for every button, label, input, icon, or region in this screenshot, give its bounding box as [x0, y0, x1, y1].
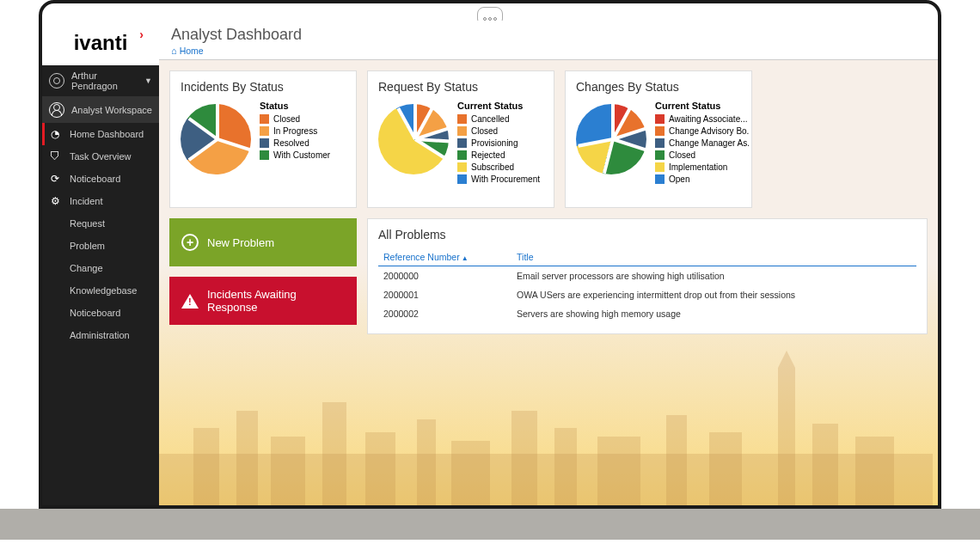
legend-item: Closed: [655, 150, 750, 160]
legend-label: Closed: [273, 114, 300, 124]
chart-card-1: Request By StatusCurrent StatusCancelled…: [367, 70, 554, 208]
svg-rect-6: [417, 419, 436, 505]
blank-icon: [49, 240, 61, 252]
svg-rect-13: [778, 368, 795, 505]
legend-label: Rejected: [471, 150, 505, 160]
sidebar-item-label: Incident: [70, 196, 103, 206]
chevron-down-icon: ▼: [144, 76, 152, 85]
table-row[interactable]: 2000000Email server processors are showi…: [378, 266, 916, 286]
workspace-selector[interactable]: Analyst Workspace: [42, 97, 159, 123]
sort-asc-icon: ▲: [462, 254, 469, 262]
chart-card-0: Incidents By StatusStatusClosedIn Progre…: [169, 70, 357, 208]
legend-swatch: [457, 126, 467, 136]
laptop-base: [0, 509, 980, 540]
legend-item: With Customer: [260, 150, 330, 160]
chart-title: Changes By Status: [576, 80, 741, 94]
legend-swatch: [655, 174, 665, 184]
svg-rect-5: [365, 432, 395, 505]
sidebar-item-change[interactable]: Change: [42, 257, 159, 279]
home-icon: ⌂: [171, 46, 177, 56]
legend-swatch: [655, 150, 665, 160]
svg-rect-16: [855, 437, 894, 505]
sidebar-item-label: Noticeboard: [70, 174, 120, 184]
avatar-icon: [49, 73, 64, 89]
sidebar-item-label: Change: [70, 263, 103, 273]
legend-item: Subscribed: [457, 162, 540, 172]
legend-title: Current Status: [457, 101, 540, 111]
sidebar-item-knowledgebase[interactable]: Knowledgebase: [42, 279, 159, 302]
brand-accent-icon: ›: [139, 28, 144, 41]
svg-rect-4: [322, 402, 346, 505]
svg-rect-3: [271, 437, 305, 505]
brand-logo[interactable]: ivanti ›: [42, 21, 159, 65]
warning-icon: [181, 294, 199, 309]
user-name: Arthur Pendragon: [71, 70, 118, 91]
legend-swatch: [457, 162, 467, 172]
svg-marker-14: [778, 351, 795, 368]
incidents-awaiting-label: Incidents Awaiting Response: [207, 288, 345, 314]
breadcrumb-home: Home: [180, 46, 204, 56]
topbar: Analyst Dashboard ⌂ Home: [159, 21, 938, 60]
legend-label: Change Advisory Bo...: [669, 126, 750, 136]
legend-label: Provisioning: [471, 138, 518, 148]
legend-item: Open: [655, 174, 750, 184]
svg-rect-8: [511, 411, 537, 505]
legend-swatch: [655, 114, 665, 124]
legend-item: Rejected: [457, 150, 540, 160]
legend-item: Implementation: [655, 162, 750, 172]
sidebar-item-problem[interactable]: Problem: [42, 235, 159, 257]
legend-swatch: [655, 138, 665, 148]
sidebar-item-label: Home Dashboard: [70, 129, 144, 139]
legend-swatch: [457, 150, 467, 160]
problems-table: Reference Number▲ Title 2000000Email ser…: [378, 248, 916, 323]
legend-label: Cancelled: [471, 114, 509, 124]
col-header-ref[interactable]: Reference Number▲: [378, 248, 511, 266]
legend-swatch: [457, 138, 467, 148]
sidebar-item-task-overview[interactable]: ⛉Task Overview: [42, 145, 159, 168]
skyline-decoration: [159, 351, 933, 505]
page-title: Analyst Dashboard: [171, 26, 926, 44]
laptop-frame: ivanti › Arthur Pendragon ▼ Analyst Work…: [39, 0, 941, 509]
sidebar-item-request[interactable]: Request: [42, 212, 159, 235]
user-menu[interactable]: Arthur Pendragon ▼: [42, 65, 159, 97]
legend-swatch: [457, 114, 467, 124]
legend-label: Closed: [471, 126, 498, 136]
cell-title: OWA USers are experiencing intermittent …: [511, 285, 916, 304]
svg-rect-1: [193, 428, 219, 505]
legend-label: Change Manager As...: [669, 138, 750, 148]
incidents-awaiting-tile[interactable]: Incidents Awaiting Response: [169, 277, 357, 325]
table-row[interactable]: 2000002Servers are showing high memory u…: [378, 304, 916, 323]
dashboard-icon: ◔: [49, 128, 61, 140]
pie-chart: [181, 104, 251, 174]
legend-label: Open: [669, 174, 689, 184]
chart-body: Current StatusCancelledClosedProvisionin…: [378, 101, 543, 186]
pie-chart: [378, 104, 449, 174]
all-problems-title: All Problems: [378, 228, 916, 241]
sidebar-item-home-dashboard[interactable]: ◔Home Dashboard: [42, 123, 159, 145]
legend-swatch: [655, 126, 665, 136]
gear-icon: ⚙: [49, 195, 61, 207]
new-problem-tile[interactable]: + New Problem: [169, 218, 357, 266]
sidebar-item-noticeboard[interactable]: ⟳Noticeboard: [42, 168, 159, 190]
legend-item: Closed: [260, 114, 330, 124]
sidebar-item-noticeboard[interactable]: Noticeboard: [42, 302, 159, 324]
row-2: + New Problem Incidents Awaiting Respons…: [169, 218, 928, 334]
legend-item: With Procurement: [457, 174, 540, 184]
legend-label: Implementation: [669, 162, 727, 172]
actions-column: + New Problem Incidents Awaiting Respons…: [169, 218, 357, 334]
legend-swatch: [260, 114, 269, 124]
chart-legend: Current StatusAwaiting Associate...Chang…: [655, 101, 750, 186]
col-header-title[interactable]: Title: [511, 248, 916, 266]
sidebar-item-administration[interactable]: Administration: [42, 324, 159, 346]
sidebar-item-incident[interactable]: ⚙Incident: [42, 190, 159, 212]
pie-chart: [576, 104, 646, 174]
new-problem-label: New Problem: [207, 236, 274, 249]
main-content: Analyst Dashboard ⌂ Home Incidents By St…: [159, 21, 938, 505]
svg-rect-12: [709, 432, 742, 505]
legend-label: With Procurement: [471, 174, 540, 184]
breadcrumb[interactable]: ⌂ Home: [171, 46, 926, 56]
plus-circle-icon: +: [181, 234, 199, 251]
blank-icon: [49, 262, 61, 274]
legend-item: Closed: [457, 126, 540, 136]
table-row[interactable]: 2000001OWA USers are experiencing interm…: [378, 285, 916, 304]
